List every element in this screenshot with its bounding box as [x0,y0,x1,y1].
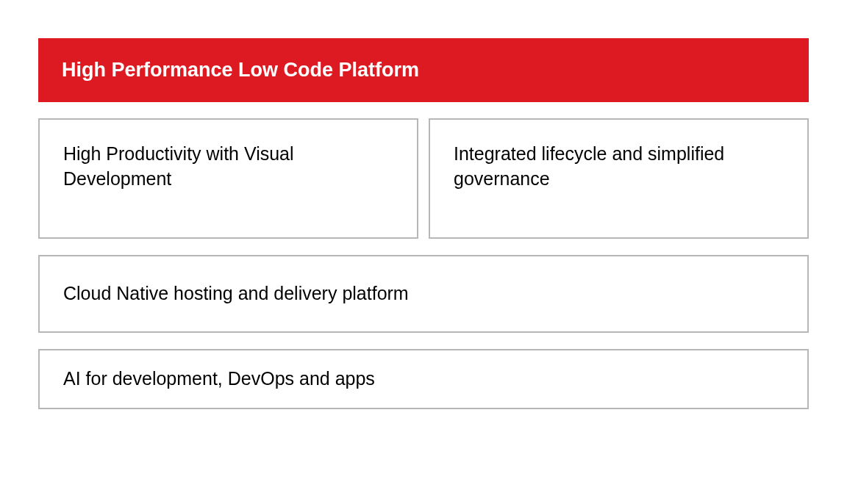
box-ai-text: AI for development, DevOps and apps [63,368,375,389]
header-title-bar: High Performance Low Code Platform [38,38,809,102]
header-title-text: High Performance Low Code Platform [62,59,419,81]
box-cloud-native: Cloud Native hosting and delivery platfo… [38,255,809,333]
box-lifecycle-text: Integrated lifecycle and simplified gove… [454,143,724,189]
box-productivity-text: High Productivity with Visual Developmen… [63,143,294,189]
box-lifecycle: Integrated lifecycle and simplified gove… [429,118,809,239]
box-ai: AI for development, DevOps and apps [38,349,809,409]
diagram-container: High Performance Low Code Platform High … [38,38,809,409]
top-row: High Productivity with Visual Developmen… [38,118,809,239]
box-cloud-native-text: Cloud Native hosting and delivery platfo… [63,283,409,303]
box-productivity: High Productivity with Visual Developmen… [38,118,418,239]
